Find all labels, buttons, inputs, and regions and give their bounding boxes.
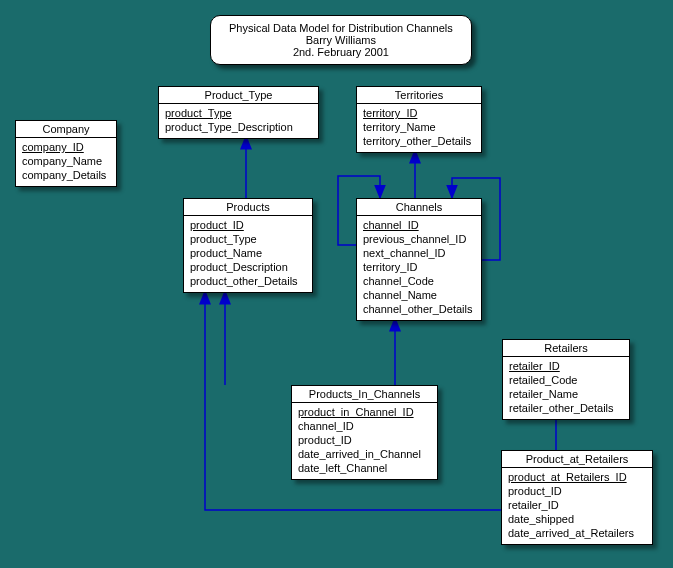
- entity-product-type: Product_Type product_Type product_Type_D…: [158, 86, 319, 139]
- attr: retailer_Name: [509, 387, 623, 401]
- attr: company_Name: [22, 154, 110, 168]
- attr: retailer_ID: [508, 498, 646, 512]
- attr: company_Details: [22, 168, 110, 182]
- entity-company: Company company_ID company_Name company_…: [15, 120, 117, 187]
- entity-products-in-channels: Products_In_Channels product_in_Channel_…: [291, 385, 438, 480]
- attr: channel_other_Details: [363, 302, 475, 316]
- entity-products: Products product_ID product_Type product…: [183, 198, 313, 293]
- title-line-2: Barry Williams: [229, 34, 453, 46]
- attr: product_Type: [190, 232, 306, 246]
- attr: territory_ID: [363, 260, 475, 274]
- entity-title: Retailers: [503, 340, 629, 357]
- attr-pk: retailer_ID: [509, 359, 623, 373]
- entity-channels: Channels channel_ID previous_channel_ID …: [356, 198, 482, 321]
- entity-title: Product_Type: [159, 87, 318, 104]
- attr-pk: product_in_Channel_ID: [298, 405, 431, 419]
- attr-pk: territory_ID: [363, 106, 475, 120]
- attr: previous_channel_ID: [363, 232, 475, 246]
- attr: date_arrived_in_Channel: [298, 447, 431, 461]
- entity-title: Channels: [357, 199, 481, 216]
- attr: retailed_Code: [509, 373, 623, 387]
- entity-retailers: Retailers retailer_ID retailed_Code reta…: [502, 339, 630, 420]
- attr: channel_ID: [298, 419, 431, 433]
- attr: next_channel_ID: [363, 246, 475, 260]
- attr-pk: company_ID: [22, 140, 110, 154]
- diagram-title: Physical Data Model for Distribution Cha…: [210, 15, 472, 65]
- attr-pk: product_at_Retailers_ID: [508, 470, 646, 484]
- attr-pk: product_ID: [190, 218, 306, 232]
- entity-title: Products: [184, 199, 312, 216]
- attr: product_ID: [508, 484, 646, 498]
- entity-product-at-retailers: Product_at_Retailers product_at_Retailer…: [501, 450, 653, 545]
- attr: date_shipped: [508, 512, 646, 526]
- attr: channel_Name: [363, 288, 475, 302]
- attr: date_arrived_at_Retailers: [508, 526, 646, 540]
- entity-title: Product_at_Retailers: [502, 451, 652, 468]
- title-line-3: 2nd. February 2001: [229, 46, 453, 58]
- attr: retailer_other_Details: [509, 401, 623, 415]
- attr-pk: channel_ID: [363, 218, 475, 232]
- attr: product_Name: [190, 246, 306, 260]
- attr: territory_Name: [363, 120, 475, 134]
- attr: territory_other_Details: [363, 134, 475, 148]
- attr-pk: product_Type: [165, 106, 312, 120]
- attr: channel_Code: [363, 274, 475, 288]
- title-line-1: Physical Data Model for Distribution Cha…: [229, 22, 453, 34]
- entity-title: Territories: [357, 87, 481, 104]
- entity-territories: Territories territory_ID territory_Name …: [356, 86, 482, 153]
- attr: product_ID: [298, 433, 431, 447]
- attr: product_other_Details: [190, 274, 306, 288]
- entity-title: Company: [16, 121, 116, 138]
- attr: product_Type_Description: [165, 120, 312, 134]
- attr: product_Description: [190, 260, 306, 274]
- entity-title: Products_In_Channels: [292, 386, 437, 403]
- attr: date_left_Channel: [298, 461, 431, 475]
